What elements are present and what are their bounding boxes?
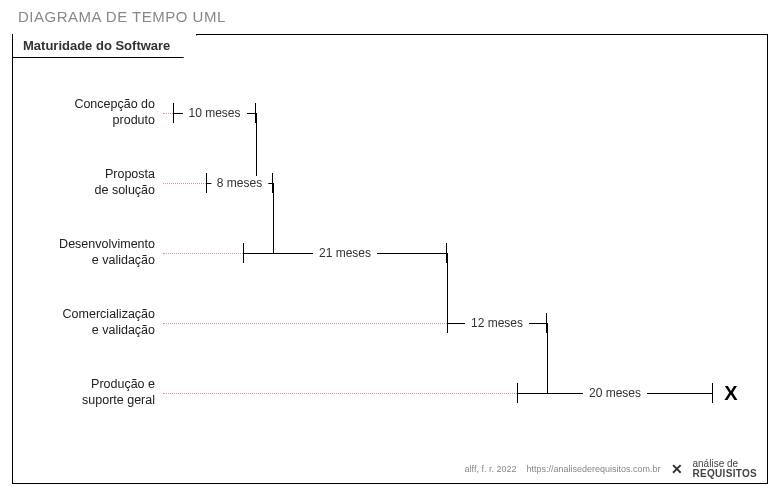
duration-label: 12 meses (465, 316, 529, 330)
row-label: Comercializaçãoe validação (25, 307, 155, 338)
lifeline-dotted (163, 113, 173, 114)
duration-bar: 21 meses (243, 245, 447, 261)
frame-tab: Maturidade do Software (12, 34, 197, 58)
footer-brand: análise de REQUISITOS (693, 459, 758, 479)
duration-bar: 12 meses (447, 315, 547, 331)
diagram-frame: Maturidade do Software Concepção doprodu… (12, 34, 768, 484)
footer-credit: alff, f. r. 2022 (465, 464, 517, 474)
footer: alff, f. r. 2022 https://analisederequis… (465, 459, 757, 479)
duration-label: 20 meses (583, 386, 647, 400)
row-proposta: Propostade solução 8 meses (13, 153, 767, 213)
duration-bar: 20 meses (517, 385, 713, 401)
lifeline-dotted (163, 253, 243, 254)
row-concepcao: Concepção doproduto 10 meses (13, 83, 767, 143)
diagram-title: DIAGRAMA DE TEMPO UML (18, 8, 226, 25)
lifeline-dotted (163, 183, 206, 184)
duration-bar: 8 meses (206, 175, 273, 191)
row-label: Propostade solução (25, 167, 155, 198)
brand-big: REQUISITOS (693, 468, 758, 479)
lifeline-dotted (163, 323, 447, 324)
row-desenvolvimento: Desenvolvimentoe validação 21 meses (13, 223, 767, 283)
row-producao: Produção esuporte geral 20 meses X (13, 363, 767, 423)
brand-glyph-icon: ✕ (671, 461, 683, 477)
duration-bar: 10 meses (173, 105, 256, 121)
duration-label: 8 meses (211, 176, 268, 190)
duration-label: 21 meses (313, 246, 377, 260)
row-label: Produção esuporte geral (25, 377, 155, 408)
footer-url: https://analisederequisitos.com.br (526, 464, 660, 474)
row-label: Desenvolvimentoe validação (25, 237, 155, 268)
lifeline-dotted (163, 393, 517, 394)
duration-label: 10 meses (182, 106, 246, 120)
termination-x-icon: X (724, 382, 737, 405)
row-comercializacao: Comercializaçãoe validação 12 meses (13, 293, 767, 353)
row-label: Concepção doproduto (25, 97, 155, 128)
